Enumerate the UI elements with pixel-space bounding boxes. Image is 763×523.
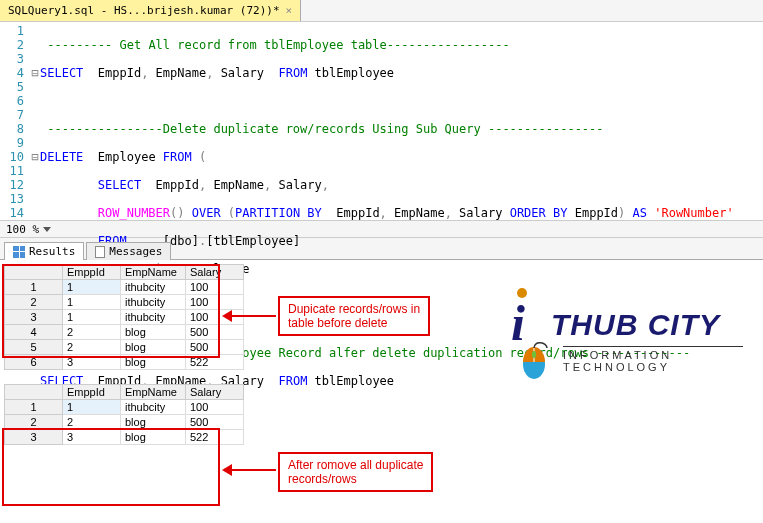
annotation-label: Dupicate records/rows intable before del… xyxy=(278,296,430,336)
file-tab[interactable]: SQLQuery1.sql - HS...brijesh.kumar (72))… xyxy=(0,0,301,21)
collapse-icon: ⊟ xyxy=(30,66,40,80)
line-gutter: 1234567891011121314 xyxy=(0,22,30,220)
close-icon[interactable]: × xyxy=(286,4,293,17)
svg-marker-3 xyxy=(222,464,232,476)
table-row: 52blog500 xyxy=(5,340,244,355)
table-row: 22blog500 xyxy=(5,415,244,430)
table-row: 33blog522 xyxy=(5,430,244,445)
table-header-row: EmppIdEmpNameSalary xyxy=(5,265,244,280)
result-grid-2[interactable]: EmppIdEmpNameSalary 11ithubcity100 22blo… xyxy=(4,384,244,445)
collapse-icon: ⊟ xyxy=(30,150,40,164)
mouse-icon xyxy=(519,342,549,382)
annotation-label: After romove all duplicaterecords/rows xyxy=(278,452,433,492)
svg-rect-5 xyxy=(532,351,536,358)
table-row: 11ithubcity100 xyxy=(5,400,244,415)
table-row: 11ithubcity100 xyxy=(5,280,244,295)
logo: i THUB CITY INFORMATION TECHNOLOGY xyxy=(483,280,743,400)
svg-marker-1 xyxy=(222,310,232,322)
result-grid-1[interactable]: EmppIdEmpNameSalary 11ithubcity100 21ith… xyxy=(4,264,244,370)
tab-messages[interactable]: Messages xyxy=(86,242,171,260)
chevron-down-icon xyxy=(43,227,51,232)
tab-results[interactable]: Results xyxy=(4,242,84,260)
grid-icon xyxy=(13,246,25,258)
table-row: 21ithubcity100 xyxy=(5,295,244,310)
tab-strip: SQLQuery1.sql - HS...brijesh.kumar (72))… xyxy=(0,0,763,22)
arrow-icon xyxy=(222,306,278,326)
page-icon xyxy=(95,246,105,258)
table-row: 42blog500 xyxy=(5,325,244,340)
arrow-icon xyxy=(222,460,278,480)
code-body[interactable]: --------- Get All record from tblEmploye… xyxy=(30,22,763,220)
table-header-row: EmppIdEmpNameSalary xyxy=(5,385,244,400)
code-editor[interactable]: 1234567891011121314 --------- Get All re… xyxy=(0,22,763,220)
tab-title: SQLQuery1.sql - HS...brijesh.kumar (72))… xyxy=(8,4,280,17)
table-row: 31ithubcity100 xyxy=(5,310,244,325)
table-row: 63blog522 xyxy=(5,355,244,370)
